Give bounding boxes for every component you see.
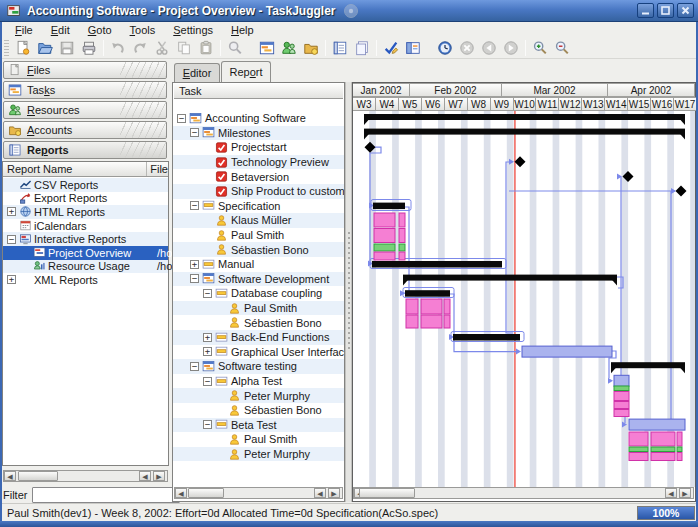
collapse-icon[interactable]: − bbox=[203, 289, 212, 298]
resource-load-bar[interactable] bbox=[629, 453, 648, 461]
task-tree-row[interactable]: −Software testing bbox=[173, 359, 344, 374]
resource-load-bar[interactable] bbox=[399, 229, 405, 243]
resource-load-bar[interactable] bbox=[399, 252, 405, 260]
scroll-left-button[interactable]: ◀ bbox=[175, 488, 187, 498]
titlebar[interactable]: Accounting Software - Project Overview -… bbox=[0, 0, 698, 22]
scroll-right-button[interactable]: ▶ bbox=[679, 488, 691, 498]
task-tree-row[interactable]: Projectstart bbox=[173, 140, 344, 155]
task-tree-row[interactable]: Peter Murphy bbox=[173, 388, 344, 403]
open-file-button[interactable] bbox=[34, 38, 56, 58]
report-tree-row[interactable]: iCalendars bbox=[3, 219, 168, 233]
scroll-left-button-2[interactable]: ◀ bbox=[665, 488, 677, 498]
resource-load-bar[interactable] bbox=[399, 213, 405, 227]
resource-load-bar[interactable] bbox=[406, 315, 418, 328]
menu-file[interactable]: File bbox=[6, 23, 42, 37]
resource-load-bar[interactable] bbox=[677, 447, 682, 452]
filter-input[interactable] bbox=[32, 487, 180, 503]
task-tree-row[interactable]: +Manual bbox=[173, 257, 344, 272]
menu-tools[interactable]: Tools bbox=[121, 23, 165, 37]
menu-goto[interactable]: Goto bbox=[79, 23, 121, 37]
collapse-icon[interactable]: − bbox=[190, 274, 199, 283]
report-tree-row[interactable]: Project Overview/ho bbox=[3, 246, 168, 260]
tasks-view-button[interactable] bbox=[256, 38, 278, 58]
task-tree-row[interactable]: Paul Smith bbox=[173, 228, 344, 243]
gantt-horizontal-scrollbar[interactable]: ◀◀▶ bbox=[353, 487, 694, 499]
task-bar[interactable] bbox=[373, 203, 405, 210]
schedule-clock-button[interactable] bbox=[434, 38, 456, 58]
collapse-icon[interactable]: − bbox=[177, 114, 186, 123]
report-tree-row[interactable]: Export Reports bbox=[3, 192, 168, 206]
report-tree-row[interactable]: +HTML Reports bbox=[3, 205, 168, 219]
scroll-thumb[interactable] bbox=[18, 471, 58, 481]
task-bar[interactable] bbox=[522, 346, 612, 357]
scroll-thumb[interactable] bbox=[188, 488, 224, 498]
resource-load-bar[interactable] bbox=[444, 315, 450, 328]
report-tree-row[interactable]: Resource Usage/ho bbox=[3, 260, 168, 274]
sidebar-section-files[interactable]: Files bbox=[3, 61, 167, 79]
resource-load-bar[interactable] bbox=[399, 244, 405, 251]
resource-load-bar[interactable] bbox=[614, 386, 629, 391]
task-tree-row[interactable]: Peter Murphy bbox=[173, 447, 344, 462]
resource-load-bar[interactable] bbox=[651, 453, 675, 461]
task-bar[interactable] bbox=[614, 375, 629, 386]
scroll-right-button[interactable]: ▶ bbox=[153, 471, 165, 481]
sidebar-section-accounts[interactable]: Accounts bbox=[3, 121, 167, 139]
task-bar[interactable] bbox=[453, 334, 520, 341]
resources-view-button[interactable] bbox=[278, 38, 300, 58]
reports-view-button[interactable] bbox=[329, 38, 351, 58]
resource-load-bar[interactable] bbox=[629, 447, 648, 452]
expand-icon[interactable]: + bbox=[203, 333, 212, 342]
resource-load-bar[interactable] bbox=[677, 432, 682, 446]
task-tree-row[interactable]: Sébastien Bono bbox=[173, 315, 344, 330]
collapse-icon[interactable]: − bbox=[203, 377, 212, 386]
resource-load-bar[interactable] bbox=[374, 229, 395, 243]
collapse-icon[interactable]: − bbox=[203, 420, 212, 429]
menu-help[interactable]: Help bbox=[222, 23, 263, 37]
milestone-diamond[interactable] bbox=[515, 156, 526, 167]
resource-load-bar[interactable] bbox=[421, 299, 442, 314]
scroll-left-button-2[interactable]: ◀ bbox=[314, 488, 326, 498]
scroll-right-button[interactable]: ▶ bbox=[328, 488, 340, 498]
resource-load-bar[interactable] bbox=[406, 299, 418, 314]
resource-load-bar[interactable] bbox=[374, 244, 395, 251]
collapse-icon[interactable]: − bbox=[7, 235, 16, 244]
resource-load-bar[interactable] bbox=[444, 299, 450, 314]
menu-settings[interactable]: Settings bbox=[164, 23, 222, 37]
column-report-name[interactable]: Report Name bbox=[3, 162, 147, 176]
task-tree-row[interactable]: −Milestones bbox=[173, 126, 344, 141]
collapse-icon[interactable]: − bbox=[190, 362, 199, 371]
expand-icon[interactable]: + bbox=[190, 260, 199, 269]
sidebar-section-resources[interactable]: Resources bbox=[3, 101, 167, 119]
milestone-diamond[interactable] bbox=[676, 186, 687, 197]
task-bar[interactable] bbox=[405, 290, 450, 297]
task-tree-row[interactable]: −Software Development bbox=[173, 272, 344, 287]
print-button[interactable] bbox=[78, 38, 100, 58]
tab-editor[interactable]: Editor bbox=[174, 63, 220, 82]
resource-load-bar[interactable] bbox=[421, 315, 442, 328]
file-list-button[interactable] bbox=[351, 38, 373, 58]
gantt-svg[interactable] bbox=[353, 111, 695, 487]
close-button[interactable] bbox=[677, 3, 694, 18]
task-tree-horizontal-scrollbar[interactable]: ◀◀▶ bbox=[174, 487, 343, 499]
task-tree-row[interactable]: −Accounting Software bbox=[173, 111, 344, 126]
task-tree-row[interactable]: −Beta Test bbox=[173, 418, 344, 433]
info-panel-button[interactable] bbox=[402, 38, 424, 58]
task-tree-row[interactable]: −Specification bbox=[173, 199, 344, 214]
resource-load-bar[interactable] bbox=[677, 453, 682, 461]
expand-icon[interactable]: + bbox=[203, 347, 212, 356]
task-tree-row[interactable]: Betaversion bbox=[173, 169, 344, 184]
resource-load-bar[interactable] bbox=[614, 392, 629, 401]
expand-icon[interactable]: + bbox=[7, 207, 16, 216]
task-bar[interactable] bbox=[372, 261, 502, 268]
summary-bar[interactable] bbox=[364, 129, 685, 140]
resource-load-bar[interactable] bbox=[614, 402, 629, 409]
task-tree-row[interactable]: +Graphical User Interface bbox=[173, 345, 344, 360]
collapse-icon[interactable]: − bbox=[190, 128, 199, 137]
task-tree-row[interactable]: −Alpha Test bbox=[173, 374, 344, 389]
task-tree-row[interactable]: +Back-End Functions bbox=[173, 330, 344, 345]
tab-report[interactable]: Report bbox=[221, 61, 271, 82]
task-tree-row[interactable]: Paul Smith bbox=[173, 301, 344, 316]
task-bar[interactable] bbox=[629, 419, 685, 430]
task-column-header[interactable]: Task bbox=[174, 84, 343, 99]
resource-load-bar[interactable] bbox=[651, 432, 675, 446]
